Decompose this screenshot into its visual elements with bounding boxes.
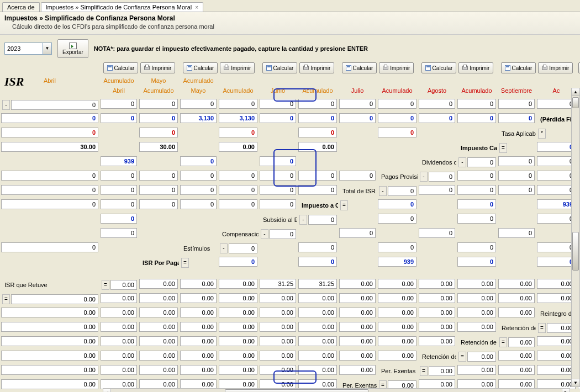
value-cell[interactable]: 0 (457, 171, 496, 181)
value-cell[interactable]: 0 (260, 99, 296, 109)
value-cell[interactable]: 0.00 (339, 322, 376, 332)
horizontal-scrollbar[interactable]: ◄ ► (103, 388, 570, 392)
close-icon[interactable]: × (195, 4, 198, 10)
value-cell[interactable]: 0.00 (180, 351, 217, 361)
value-cell[interactable]: 0.00 (260, 322, 296, 332)
value-cell[interactable]: 0 (1, 128, 98, 137)
value-cell[interactable]: 0.00 (260, 351, 296, 361)
scroll-left-icon[interactable]: ◄ (103, 389, 111, 392)
value-cell[interactable]: 0.00 (260, 336, 296, 346)
value-cell[interactable]: 0 (139, 128, 178, 137)
value-cell[interactable]: 0 (298, 185, 337, 195)
print-button[interactable]: Imprimir (299, 62, 334, 73)
value-cell[interactable]: 0 (1, 113, 98, 123)
value-cell[interactable]: 0.00 (537, 293, 576, 303)
value-cell[interactable]: 0 (429, 172, 455, 182)
value-cell[interactable]: 0 (498, 99, 535, 109)
value-cell[interactable]: 0 (498, 228, 535, 238)
value-cell[interactable]: 0 (457, 257, 496, 267)
value-cell[interactable]: 0 (219, 185, 257, 195)
value-cell[interactable]: 0 (101, 228, 137, 238)
value-cell[interactable]: 0.00 (419, 336, 455, 346)
value-cell[interactable]: 0.00 (180, 293, 217, 303)
tab-about[interactable]: Acerca de (2, 2, 40, 12)
value-cell[interactable]: 0 (419, 99, 455, 109)
value-cell[interactable]: 0.00 (139, 336, 178, 346)
value-cell[interactable]: 0 (139, 99, 178, 109)
value-cell[interactable]: 0.00 (457, 279, 496, 289)
value-cell[interactable]: 0 (378, 242, 416, 252)
year-select[interactable] (4, 43, 43, 55)
value-cell[interactable]: 0 (498, 171, 535, 181)
value-cell[interactable]: 0.00 (1, 365, 98, 375)
value-cell[interactable]: 0.00 (139, 293, 178, 303)
value-cell[interactable]: 0.00 (1, 308, 98, 317)
value-cell[interactable]: 0 (388, 186, 416, 196)
value-cell[interactable]: 0.00 (378, 351, 416, 361)
value-cell[interactable]: 0 (219, 171, 257, 181)
value-cell[interactable]: 0 (339, 113, 376, 123)
value-cell[interactable]: 0 (101, 199, 137, 209)
calculate-button[interactable]: Calcular (262, 62, 298, 73)
value-cell[interactable]: 0.00 (298, 142, 337, 152)
value-cell[interactable]: 0.00 (378, 336, 416, 346)
value-cell[interactable]: 0.00 (498, 365, 535, 375)
value-cell[interactable]: 0.00 (419, 293, 455, 303)
print-button[interactable]: Imprimir (140, 62, 175, 73)
value-cell[interactable]: 31.25 (298, 279, 337, 289)
value-cell[interactable]: 0 (260, 171, 296, 181)
value-cell[interactable]: 0 (378, 99, 416, 109)
value-cell[interactable]: 0 (298, 113, 337, 123)
calculate-button[interactable]: Calcular (421, 62, 457, 73)
value-cell[interactable]: 0 (378, 113, 416, 123)
value-cell[interactable]: 0.00 (429, 366, 455, 376)
print-button[interactable]: Imprimir (220, 62, 255, 73)
value-cell[interactable]: 0 (180, 185, 217, 195)
value-cell[interactable]: 0 (537, 156, 576, 166)
value-cell[interactable]: 0 (139, 185, 178, 195)
value-cell[interactable]: 0.00 (180, 336, 217, 346)
value-cell[interactable]: 0.00 (378, 293, 416, 303)
value-cell[interactable]: 939 (537, 199, 576, 209)
value-cell[interactable]: 0 (139, 113, 178, 123)
value-cell[interactable]: 0 (1, 185, 98, 195)
value-cell[interactable]: 30.00 (139, 142, 178, 152)
value-cell[interactable]: 0 (219, 199, 257, 209)
value-cell[interactable]: 0 (537, 185, 576, 195)
value-cell[interactable]: 0.00 (101, 351, 137, 361)
value-cell[interactable]: 0.00 (537, 336, 576, 346)
value-cell[interactable]: 0.00 (378, 279, 416, 289)
value-cell[interactable]: 0 (298, 257, 337, 267)
value-cell[interactable]: 0 (457, 242, 496, 252)
value-cell[interactable]: 0.00 (498, 308, 535, 317)
value-cell[interactable]: 0.00 (139, 351, 178, 361)
value-cell[interactable]: 0.00 (260, 365, 296, 375)
value-cell[interactable]: 0.00 (101, 308, 137, 317)
value-cell[interactable]: 0.00 (219, 279, 257, 289)
value-cell[interactable]: 0 (180, 199, 217, 209)
value-cell[interactable]: 0 (101, 113, 137, 123)
value-cell[interactable]: 0.00 (378, 308, 416, 317)
value-cell[interactable]: 0 (467, 157, 496, 167)
value-cell[interactable]: 0.00 (339, 308, 376, 317)
value-cell[interactable]: 0 (457, 185, 496, 195)
value-cell[interactable]: 0.00 (298, 293, 337, 303)
scroll-thumb[interactable] (572, 232, 579, 271)
print-button[interactable]: Imprimir (458, 62, 493, 73)
value-cell[interactable]: 0 (260, 113, 296, 123)
value-cell[interactable]: 0 (219, 99, 257, 109)
value-cell[interactable]: 0.00 (378, 322, 416, 332)
calculate-button[interactable]: Calcular (342, 62, 377, 73)
value-cell[interactable]: 0 (101, 214, 137, 224)
print-button[interactable]: Imprimir (379, 62, 414, 73)
value-cell[interactable]: 0.00 (139, 365, 178, 375)
value-cell[interactable]: 0 (219, 128, 257, 137)
value-cell[interactable]: 0.00 (498, 351, 535, 361)
value-cell[interactable]: 0 (180, 171, 217, 181)
value-cell[interactable]: 0 (308, 215, 337, 225)
value-cell[interactable]: 30.00 (1, 142, 98, 152)
value-cell[interactable]: 0 (101, 99, 137, 109)
value-cell[interactable]: 0.00 (180, 365, 217, 375)
chevron-down-icon[interactable]: ▼ (43, 43, 52, 55)
value-cell[interactable]: 0.00 (298, 308, 337, 317)
